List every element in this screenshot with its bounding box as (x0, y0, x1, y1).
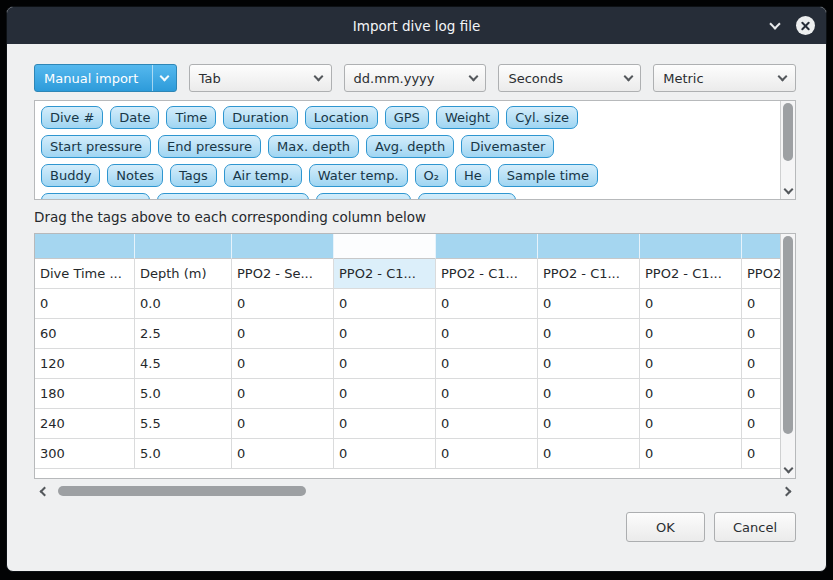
drop-target-4[interactable] (436, 234, 538, 259)
tag-duration[interactable]: Duration (223, 106, 297, 129)
scrollbar-thumb[interactable] (783, 236, 793, 434)
tag-sample-cns[interactable]: Sample CNS (418, 193, 516, 200)
tag-dive[interactable]: Dive # (41, 106, 103, 129)
table-cell: 0 (232, 319, 334, 349)
table-cell: 0 (538, 379, 640, 409)
drop-target-0[interactable] (35, 234, 135, 259)
drop-target-3[interactable] (334, 234, 436, 259)
drop-target-1[interactable] (135, 234, 232, 259)
window-menu-button[interactable] (766, 17, 784, 35)
tag-location[interactable]: Location (305, 106, 378, 129)
tag-divemaster[interactable]: Divemaster (461, 135, 554, 158)
scrollbar-thumb[interactable] (783, 103, 793, 161)
tag-avg-depth[interactable]: Avg. depth (366, 135, 454, 158)
tag-tags[interactable]: Tags (170, 164, 217, 187)
tag-sample-po2[interactable]: Sample pO₂ (316, 193, 411, 200)
table-grid: Dive Time ...Depth (m)PPO2 - Se...PPO2 -… (35, 234, 780, 478)
table-cell: 0 (538, 289, 640, 319)
combo-selected-value: dd.mm.yyyy (354, 71, 435, 86)
table-cell: 0 (232, 379, 334, 409)
ok-button[interactable]: OK (626, 512, 705, 542)
scroll-down-button[interactable] (781, 462, 795, 477)
table-scrollbar-horizontal[interactable] (34, 484, 796, 499)
table-scrollbar-vertical[interactable] (780, 234, 795, 478)
chevron-left-icon (39, 487, 49, 497)
tag-air-temp[interactable]: Air temp. (224, 164, 302, 187)
tag-end-pressure[interactable]: End pressure (158, 135, 261, 158)
tag-row: Start pressureEnd pressureMax. depthAvg.… (41, 135, 773, 158)
table-cell: 0 (742, 319, 780, 349)
chevron-down-icon (461, 65, 485, 91)
tag-cyl-size[interactable]: Cyl. size (506, 106, 578, 129)
table-cell: 5.5 (135, 409, 232, 439)
table-cell: 0 (640, 379, 742, 409)
tag-he[interactable]: He (455, 164, 491, 187)
table-cell: 0 (640, 319, 742, 349)
cancel-button[interactable]: Cancel (714, 512, 796, 542)
table-cell: 0 (334, 439, 436, 469)
tag-sample-time[interactable]: Sample time (498, 164, 598, 187)
tag-gps[interactable]: GPS (385, 106, 429, 129)
table-cell: 4.5 (135, 349, 232, 379)
table-cell: 0 (232, 349, 334, 379)
table-cell: 0.0 (135, 289, 232, 319)
chevron-down-icon (783, 463, 793, 473)
table-cell: 0 (640, 349, 742, 379)
table-cell: 0 (538, 349, 640, 379)
tag-row: Dive #DateTimeDurationLocationGPSWeightC… (41, 106, 773, 129)
table-cell: 0 (742, 439, 780, 469)
tag-time[interactable]: Time (166, 106, 216, 129)
tag-start-pressure[interactable]: Start pressure (41, 135, 151, 158)
scroll-left-button[interactable] (35, 484, 50, 499)
combo-duration-units[interactable]: Seconds (498, 64, 641, 92)
titlebar[interactable]: Import dive log file (7, 7, 826, 44)
tag-sample-temperature[interactable]: Sample temperature (157, 193, 310, 200)
combo-date-format[interactable]: dd.mm.yyyy (344, 64, 487, 92)
tag-buddy[interactable]: Buddy (41, 164, 100, 187)
tag-max-depth[interactable]: Max. depth (268, 135, 359, 158)
column-header-3: PPO2 - C1... (334, 259, 436, 289)
tag-date[interactable]: Date (110, 106, 159, 129)
drop-target-5[interactable] (538, 234, 640, 259)
combo-field-separator[interactable]: Tab (189, 64, 332, 92)
chevron-right-icon (781, 487, 791, 497)
table-cell: 240 (35, 409, 135, 439)
table-cell: 0 (742, 349, 780, 379)
tag-notes[interactable]: Notes (107, 164, 163, 187)
tag-o2[interactable]: O₂ (415, 164, 448, 187)
combo-selected-value: Tab (199, 71, 221, 86)
drop-target-2[interactable] (232, 234, 334, 259)
combo-units[interactable]: Metric (653, 64, 796, 92)
preview-table: Dive Time ...Depth (m)PPO2 - Se...PPO2 -… (34, 233, 796, 479)
window-close-button[interactable] (796, 16, 815, 35)
table-cell: 0 (538, 439, 640, 469)
combo-selected-value: Metric (663, 71, 703, 86)
table-cell: 0 (436, 379, 538, 409)
drop-target-7[interactable] (742, 234, 780, 259)
scrollbar-thumb[interactable] (58, 486, 306, 496)
chevron-down-icon (783, 184, 793, 194)
combo-selected-value: Seconds (508, 71, 563, 86)
tag-weight[interactable]: Weight (436, 106, 499, 129)
tag-pool-scrollbar[interactable] (780, 101, 795, 199)
table-cell: 0 (742, 289, 780, 319)
table-cell: 0 (232, 439, 334, 469)
drop-target-row (35, 234, 780, 259)
table-cell: 0 (742, 379, 780, 409)
chevron-down-icon (152, 65, 176, 91)
scroll-down-button[interactable] (781, 183, 795, 198)
column-header-4: PPO2 - C1... (436, 259, 538, 289)
tag-water-temp[interactable]: Water temp. (309, 164, 408, 187)
scroll-right-button[interactable] (780, 484, 795, 499)
table-row: 1805.0000000 (35, 379, 780, 409)
table-cell: 5.0 (135, 379, 232, 409)
column-header-7: PPO2 (742, 259, 780, 289)
drop-target-6[interactable] (640, 234, 742, 259)
combo-import-mode[interactable]: Manual import (34, 64, 177, 92)
column-header-5: PPO2 - C1... (538, 259, 640, 289)
table-cell: 300 (35, 439, 135, 469)
table-row: 1204.5000000 (35, 349, 780, 379)
table-cell: 0 (35, 289, 135, 319)
tag-sample-depth[interactable]: Sample depth (41, 193, 150, 200)
dialog-buttons: OK Cancel (34, 512, 796, 542)
